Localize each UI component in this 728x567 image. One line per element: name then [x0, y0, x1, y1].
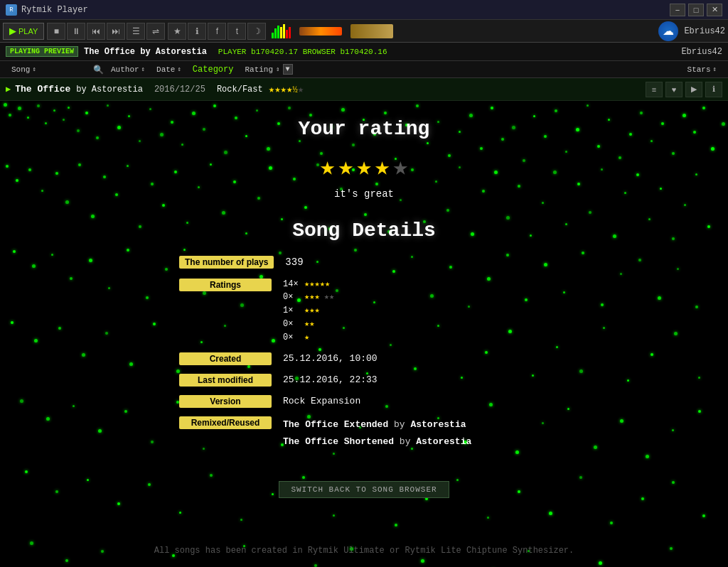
your-rating-title: Your rating [299, 118, 430, 140]
volume-slider[interactable] [299, 27, 342, 36]
star-5: ★ [393, 151, 409, 183]
remixed-by-2: by [400, 436, 411, 447]
particle-dot [333, 514, 335, 517]
sort-icon: ⇕ [32, 65, 36, 73]
maximize-button[interactable]: □ [688, 4, 704, 16]
particle-dot [487, 517, 489, 519]
minimize-button[interactable]: − [670, 4, 685, 16]
plays-row: The number of plays 339 [179, 256, 549, 270]
playlist-button[interactable]: ☰ [127, 23, 145, 40]
eq-visualizer [269, 24, 294, 38]
created-value: 25.12.2016, 10:00 [283, 352, 378, 365]
rating-3-count: 1× [283, 305, 300, 317]
plays-value: 339 [285, 256, 303, 270]
rating-line-2: 0× ★★ [283, 318, 334, 330]
song-category: Rock/Fast [217, 85, 263, 94]
content-panel: Your rating ★ ★ ★ ★ ★ it's great Song De… [0, 101, 728, 498]
toolbar: ▶ PLAY ■ ⏸ ⏮ ⏭ ☰ ⇌ ★ ℹ f t ☽ ☁ Ebrius42 [0, 20, 728, 43]
song-actions: ≡ ♥ ▶ ℹ [646, 82, 722, 97]
close-button[interactable]: ✕ [707, 4, 722, 16]
rating-1-count: 0× [283, 332, 300, 344]
rating-stars[interactable]: ★ ★ ★ ★ ★ [320, 151, 408, 183]
song-rating-stars: ★★★★½★ [269, 83, 304, 95]
rating-2-count: 0× [283, 318, 300, 330]
star-3: ★ [356, 151, 372, 183]
search-button[interactable]: 🔍 [91, 63, 105, 76]
modified-row: Last modified 25.12.2016, 22:33 [179, 374, 549, 387]
by-word: by [76, 85, 92, 94]
rating-column-header[interactable]: Rating ⇕ ▼ [239, 64, 298, 75]
player-info: PLAYER b170420.17 BROWSER b170420.16 [218, 48, 387, 56]
transport-controls: ■ ⏸ ⏮ ⏭ ☰ ⇌ [47, 23, 165, 40]
version-row: Version Rock Expansion [179, 395, 549, 408]
rating-line-3: 1× ★★★ [283, 305, 334, 317]
author-column-header[interactable]: Author ⇕ [105, 65, 151, 74]
rating-line-1: 0× ★ [283, 332, 334, 344]
plays-label: The number of plays [179, 256, 274, 269]
particle-dot [421, 559, 424, 563]
song-title: The Office [15, 84, 70, 94]
eq-bar-1 [272, 33, 274, 38]
next-button[interactable]: ⏭ [107, 23, 125, 40]
song-favorite-btn[interactable]: ♥ [665, 82, 682, 97]
action-buttons: ★ ℹ f t ☽ [168, 23, 266, 40]
remixed-author-2: Astorestia [416, 436, 471, 447]
switch-btn-container: SWITCH BACK TO SONG BROWSER [279, 481, 449, 498]
song-play-btn[interactable]: ▶ [685, 82, 702, 97]
song-row[interactable]: ▶ The Office by Astorestia 2016/12/25 Ro… [0, 78, 728, 101]
remixed-label: Remixed/Reused [179, 416, 272, 429]
eq-bar-4 [280, 27, 282, 38]
eq-bar-6 [286, 30, 288, 38]
footer: All songs has been created in Rytmik Ult… [0, 546, 728, 556]
particle-dot [610, 522, 613, 524]
info-button[interactable]: ℹ [188, 23, 206, 40]
particle-dot [395, 524, 397, 526]
play-label: PLAY [18, 27, 38, 36]
prev-button[interactable]: ⏮ [87, 23, 105, 40]
song-date: 2016/12/25 [154, 85, 205, 94]
author-sort-icon: ⇕ [141, 65, 145, 73]
remixed-title-1: The Office Extended [283, 419, 388, 430]
shuffle-button[interactable]: ⇌ [146, 23, 165, 40]
stars-column-header[interactable]: Stars ⇕ [682, 65, 722, 74]
song-author-name: Astorestia [92, 85, 143, 94]
particle-dot [117, 502, 120, 505]
now-playing-title: The Office by Astorestia [84, 47, 207, 57]
ratings-list: 14× ★★★★★ 0× ★★★★★ 1× ★★★ 0× [283, 279, 334, 344]
remixed-author-1: Astorestia [410, 419, 466, 430]
rating-line-4: 0× ★★★★★ [283, 291, 334, 303]
app-title: Rytmik Player [21, 5, 88, 15]
song-list-btn[interactable]: ≡ [646, 82, 663, 97]
date-column-header[interactable]: Date ⇕ [151, 65, 187, 74]
play-icon: ▶ [9, 26, 16, 36]
moon-button[interactable]: ☽ [247, 23, 266, 40]
song-play-indicator: ▶ [6, 84, 11, 94]
play-button[interactable]: ▶ PLAY [3, 23, 44, 40]
user-display: Ebrius42 [681, 47, 722, 57]
switch-to-browser-button[interactable]: SWITCH BACK TO SONG BROWSER [279, 481, 449, 498]
title-bar-left: R Rytmik Player [6, 4, 88, 16]
rating-filter-btn[interactable]: ▼ [283, 64, 293, 75]
remixed-line-1: The Office Extended by Astorestia [283, 416, 471, 433]
modified-label: Last modified [179, 374, 272, 387]
category-column-header[interactable]: Category [187, 65, 240, 75]
progress-bar[interactable] [350, 24, 393, 38]
remixed-title-2: The Office Shortened [283, 436, 394, 447]
eq-bar-7 [289, 27, 291, 38]
cloud-button[interactable]: ☁ [658, 21, 678, 41]
song-column-header[interactable]: Song ⇕ [6, 65, 91, 74]
stop-button[interactable]: ■ [47, 23, 65, 40]
remixed-line-2: The Office Shortened by Astorestia [283, 433, 471, 450]
twitter-button[interactable]: t [228, 23, 246, 40]
rating-4-count: 0× [283, 291, 300, 303]
remixed-row: Remixed/Reused The Office Extended by As… [179, 416, 549, 450]
song-by-author: by Astorestia [76, 85, 143, 94]
facebook-button[interactable]: f [208, 23, 226, 40]
song-info-btn[interactable]: ℹ [705, 82, 722, 97]
pause-button[interactable]: ⏸ [67, 23, 85, 40]
app-icon: R [6, 4, 17, 16]
created-row: Created 25.12.2016, 10:00 [179, 352, 549, 365]
favorite-button[interactable]: ★ [168, 23, 186, 40]
eq-bar-2 [274, 28, 277, 38]
particle-dot [65, 559, 68, 562]
